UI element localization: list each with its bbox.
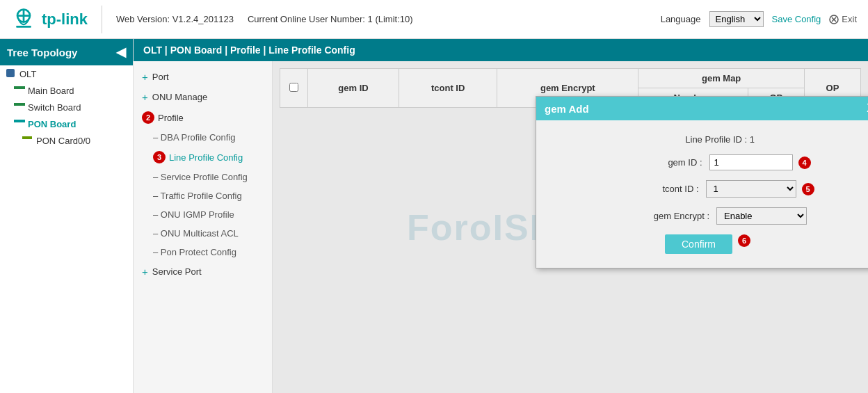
left-nav-service-profile-label: – Service Profile Config xyxy=(153,172,248,182)
sidebar-pon-card-label: PON Card0/0 xyxy=(36,136,90,146)
sidebar-header: Tree Topology ◀ xyxy=(0,39,133,65)
left-nav-traffic-profile-label: – Traffic Profile Config xyxy=(153,191,242,201)
form-row-line-profile-id: Line Profile ID : 1 xyxy=(557,134,862,145)
gem-add-modal: gem Add X Line Profile ID : 1 xyxy=(536,96,868,268)
sidebar-item-pon-card[interactable]: PON Card0/0 xyxy=(0,132,133,149)
content-body: + Port + ONU Manage 2 Profile – DBA Prof… xyxy=(134,61,868,393)
left-nav-pon-protect-config[interactable]: – Pon Protect Config xyxy=(134,243,272,262)
left-nav-dba-label: – DBA Profile Config xyxy=(153,132,236,143)
main-board-icon xyxy=(14,85,25,96)
sidebar-item-olt[interactable]: OLT xyxy=(0,65,133,82)
svg-rect-3 xyxy=(16,26,31,28)
sidebar-toggle-button[interactable]: ◀ xyxy=(116,45,126,60)
left-nav-profile-label: Profile xyxy=(158,113,184,123)
svg-rect-11 xyxy=(22,136,32,139)
switch-board-icon xyxy=(14,102,25,113)
left-nav-onu-manage-label: ONU Manage xyxy=(152,92,207,102)
line-profile-id-label: Line Profile ID : 1 xyxy=(657,134,755,145)
tp-link-logo-icon xyxy=(11,7,36,32)
table-area: ForoISP gem ID tcont ID gem Encrypt gem … xyxy=(273,61,868,393)
sidebar-item-switch-board[interactable]: Switch Board xyxy=(0,99,133,115)
left-nav-line-profile-config[interactable]: 3 Line Profile Config xyxy=(134,147,272,168)
gem-encrypt-form-label: gem Encrypt : xyxy=(612,211,709,221)
badge-3: 3 xyxy=(153,151,166,163)
sidebar-olt-label: OLT xyxy=(19,69,36,79)
left-nav-service-port[interactable]: + Service Port xyxy=(134,262,272,282)
watermark: ForoISP xyxy=(407,207,555,248)
svg-rect-7 xyxy=(6,69,15,77)
left-nav-onu-manage[interactable]: + ONU Manage xyxy=(134,87,272,107)
sidebar-title: Tree Topology xyxy=(7,47,77,58)
tcont-id-select[interactable]: 1 2 3 4 xyxy=(706,180,796,198)
olt-icon xyxy=(6,68,17,79)
left-nav: + Port + ONU Manage 2 Profile – DBA Prof… xyxy=(134,61,273,393)
svg-rect-8 xyxy=(14,86,25,89)
gem-add-body: Line Profile ID : 1 gem ID : 4 tco xyxy=(536,120,868,268)
exit-label: Exit xyxy=(842,14,857,24)
gem-encrypt-select[interactable]: Enable Disable xyxy=(716,207,807,225)
badge-5: 5 xyxy=(802,183,814,195)
svg-rect-9 xyxy=(14,103,25,106)
table-header-checkbox xyxy=(280,69,308,108)
header: tp-link Web Version: V1.2.4_201123 Curre… xyxy=(0,0,868,39)
gem-add-title: gem Add xyxy=(545,103,589,115)
gem-id-form-label: gem ID : xyxy=(605,157,702,168)
left-nav-service-profile-config[interactable]: – Service Profile Config xyxy=(134,168,272,186)
left-nav-port-label: Port xyxy=(152,72,169,82)
logo-text: tp-link xyxy=(42,10,88,29)
onu-manage-expand-icon: + xyxy=(142,91,148,103)
tcont-id-form-label: tcont ID : xyxy=(602,184,699,194)
version-text: Web Version: V1.2.4_201123 xyxy=(116,14,234,24)
language-label: Language xyxy=(661,14,701,24)
left-nav-onu-multicast-acl[interactable]: – ONU Multicast ACL xyxy=(134,224,272,243)
exit-icon xyxy=(829,15,839,24)
header-info: Web Version: V1.2.4_201123 Current Onlin… xyxy=(116,14,661,24)
badge-4: 4 xyxy=(798,157,811,169)
table-header-tcont-id: tcont ID xyxy=(399,69,497,108)
table-header-gem-id: gem ID xyxy=(308,69,399,108)
service-port-expand-icon: + xyxy=(142,266,148,278)
badge-2: 2 xyxy=(142,111,154,124)
left-nav-line-profile-label: Line Profile Config xyxy=(169,152,243,163)
pon-card-icon xyxy=(22,135,33,146)
port-expand-icon: + xyxy=(142,71,148,83)
form-row-tcont-id: tcont ID : 1 2 3 4 5 xyxy=(557,180,862,198)
select-all-checkbox[interactable] xyxy=(289,83,298,92)
form-actions: Confirm 6 xyxy=(557,234,862,254)
left-nav-service-port-label: Service Port xyxy=(152,266,202,277)
sidebar-switch-board-label: Switch Board xyxy=(28,102,81,113)
gem-id-input[interactable] xyxy=(709,154,793,170)
save-config-link[interactable]: Save Config xyxy=(772,14,821,24)
pon-board-icon xyxy=(14,118,25,129)
online-users-text: Current Online User Number: 1 (Limit:10) xyxy=(248,14,413,24)
exit-button[interactable]: Exit xyxy=(829,14,857,24)
sidebar-item-pon-board[interactable]: PON Board xyxy=(0,115,133,132)
logo-area: tp-link xyxy=(11,6,102,33)
form-row-gem-id: gem ID : 4 xyxy=(557,154,862,170)
content-area: OLT | PON Board | Profile | Line Profile… xyxy=(134,39,868,393)
sidebar-pon-board-label: PON Board xyxy=(28,119,76,129)
confirm-button[interactable]: Confirm xyxy=(665,234,732,254)
left-nav-profile[interactable]: 2 Profile xyxy=(134,107,272,128)
sidebar-main-board-label: Main Board xyxy=(28,86,74,96)
left-nav-onu-igmp-label: – ONU IGMP Profile xyxy=(153,209,234,220)
left-nav-dba-profile-config[interactable]: – DBA Profile Config xyxy=(134,128,272,147)
left-nav-port[interactable]: + Port xyxy=(134,67,272,87)
sidebar: Tree Topology ◀ OLT Main Board Switch Bo… xyxy=(0,39,134,393)
sidebar-item-main-board[interactable]: Main Board xyxy=(0,82,133,99)
language-select[interactable]: English Chinese xyxy=(709,11,764,27)
form-row-gem-encrypt: gem Encrypt : Enable Disable xyxy=(557,207,862,225)
main-layout: Tree Topology ◀ OLT Main Board Switch Bo… xyxy=(0,39,868,393)
svg-rect-10 xyxy=(14,120,25,122)
left-nav-pon-protect-label: – Pon Protect Config xyxy=(153,247,236,257)
left-nav-onu-multicast-label: – ONU Multicast ACL xyxy=(153,228,239,239)
gem-add-header: gem Add X xyxy=(536,97,868,120)
header-right: Language English Chinese Save Config Exi… xyxy=(661,11,857,27)
badge-6: 6 xyxy=(738,234,750,247)
left-nav-traffic-profile-config[interactable]: – Traffic Profile Config xyxy=(134,186,272,205)
table-header-gem-map: gem Map xyxy=(638,69,805,88)
breadcrumb: OLT | PON Board | Profile | Line Profile… xyxy=(134,39,868,61)
left-nav-onu-igmp-profile[interactable]: – ONU IGMP Profile xyxy=(134,205,272,224)
